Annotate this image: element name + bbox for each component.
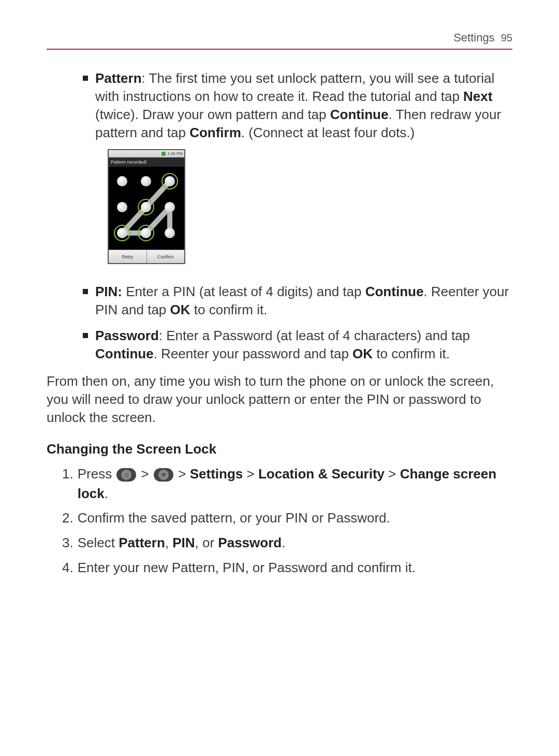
signal-icon bbox=[161, 152, 166, 156]
section-title: Settings bbox=[453, 31, 495, 44]
page-header: Settings 95 bbox=[47, 31, 512, 50]
bullet-square-icon bbox=[83, 289, 88, 294]
step-number: 1. bbox=[62, 464, 73, 503]
pattern-grid bbox=[109, 167, 184, 250]
menu-key-icon: ≡ bbox=[154, 468, 173, 482]
step-number: 4. bbox=[62, 558, 73, 578]
phone-status-bar: 1:00 PM bbox=[109, 150, 184, 157]
step-number: 3. bbox=[62, 533, 73, 553]
step-text: Select Pattern, PIN, or Password. bbox=[78, 533, 512, 553]
bullet-square-icon bbox=[83, 76, 88, 81]
home-key-icon: ⌂ bbox=[116, 468, 136, 482]
pattern-screenshot: 1:00 PM Pattern recorded! bbox=[108, 149, 185, 264]
page-number: 95 bbox=[501, 32, 512, 43]
bullet-list: Pattern: The first time you set unlock p… bbox=[83, 69, 512, 363]
body-paragraph: From then on, any time you wish to turn … bbox=[47, 372, 512, 427]
term-label: Password bbox=[95, 328, 159, 343]
bullet-text: Pattern: The first time you set unlock p… bbox=[95, 69, 512, 275]
retry-button: Retry bbox=[109, 250, 147, 263]
step-number: 2. bbox=[62, 508, 73, 528]
confirm-button: Confirm bbox=[147, 250, 185, 263]
step-4: 4. Enter your new Pattern, PIN, or Passw… bbox=[62, 558, 512, 578]
manual-page: Settings 95 Pattern: The first time you … bbox=[0, 0, 559, 614]
bullet-text: PIN: Enter a PIN (at least of 4 digits) … bbox=[95, 283, 512, 319]
step-2: 2. Confirm the saved pattern, or your PI… bbox=[62, 508, 512, 528]
phone-title-bar: Pattern recorded! bbox=[109, 157, 184, 167]
bullet-square-icon bbox=[83, 333, 88, 338]
step-3: 3. Select Pattern, PIN, or Password. bbox=[62, 533, 512, 553]
step-text: Press ⌂ > ≡ > Settings > Location & Secu… bbox=[78, 464, 512, 503]
bullet-pin: PIN: Enter a PIN (at least of 4 digits) … bbox=[83, 283, 512, 319]
bullet-password: Password: Enter a Password (at least of … bbox=[83, 327, 512, 363]
step-text: Enter your new Pattern, PIN, or Password… bbox=[78, 558, 512, 578]
bullet-text: Password: Enter a Password (at least of … bbox=[95, 327, 512, 363]
term-label: PIN: bbox=[95, 284, 122, 299]
bullet-pattern: Pattern: The first time you set unlock p… bbox=[83, 69, 512, 275]
status-time: 1:00 PM bbox=[167, 151, 183, 157]
phone-buttons: Retry Confirm bbox=[109, 250, 184, 263]
term-label: Pattern bbox=[95, 70, 142, 86]
step-text: Confirm the saved pattern, or your PIN o… bbox=[78, 508, 512, 528]
subheading: Changing the Screen Lock bbox=[47, 441, 512, 457]
step-1: 1. Press ⌂ > ≡ > Settings > Location & S… bbox=[62, 464, 512, 503]
